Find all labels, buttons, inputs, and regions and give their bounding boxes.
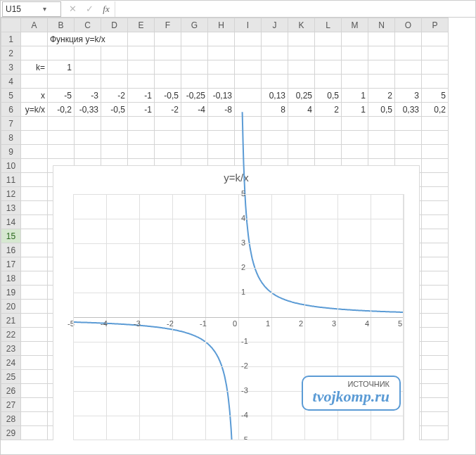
cell-D2[interactable]	[101, 46, 128, 60]
row-header-24[interactable]: 24	[1, 356, 21, 370]
cell-A7[interactable]	[21, 117, 48, 131]
row-header-2[interactable]: 2	[1, 46, 21, 60]
cell-P9[interactable]	[422, 145, 449, 159]
cell-L1[interactable]	[315, 32, 342, 46]
cell-L6[interactable]: 2	[315, 103, 342, 117]
cell-K1[interactable]	[288, 32, 315, 46]
row-header-25[interactable]: 25	[1, 370, 21, 384]
row-header-19[interactable]: 19	[1, 286, 21, 300]
row-header-9[interactable]: 9	[1, 145, 21, 159]
cell-A21[interactable]	[21, 314, 48, 328]
cell-J5[interactable]: 0,13	[262, 89, 288, 103]
cell-K7[interactable]	[288, 117, 315, 131]
cell-M5[interactable]: 1	[342, 89, 368, 103]
cell-C7[interactable]	[75, 117, 101, 131]
cell-C9[interactable]	[75, 145, 101, 159]
cell-A2[interactable]	[21, 46, 48, 60]
cell-P14[interactable]	[422, 215, 449, 229]
cell-A5[interactable]: x	[21, 89, 48, 103]
cell-H5[interactable]: -0,13	[208, 89, 235, 103]
cell-P23[interactable]	[422, 342, 449, 356]
row-header-16[interactable]: 16	[1, 243, 21, 257]
cell-P29[interactable]	[422, 426, 449, 440]
cell-M8[interactable]	[342, 131, 368, 145]
cell-O4[interactable]	[395, 75, 422, 89]
cell-M6[interactable]: 1	[342, 103, 368, 117]
row-header-4[interactable]: 4	[1, 75, 21, 89]
cell-A24[interactable]	[21, 356, 48, 370]
cell-C8[interactable]	[75, 131, 101, 145]
row-header-26[interactable]: 26	[1, 384, 21, 398]
cell-A1[interactable]	[21, 32, 48, 46]
cell-F6[interactable]: -2	[155, 103, 181, 117]
cell-A14[interactable]	[21, 215, 48, 229]
cell-I8[interactable]	[235, 131, 262, 145]
cell-E1[interactable]	[128, 32, 155, 46]
cell-P4[interactable]	[422, 75, 449, 89]
cell-I2[interactable]	[235, 46, 262, 60]
row-header-3[interactable]: 3	[1, 60, 21, 75]
cell-A11[interactable]	[21, 173, 48, 187]
cell-B4[interactable]	[48, 75, 75, 89]
cell-C2[interactable]	[75, 46, 101, 60]
cell-L3[interactable]	[315, 60, 342, 75]
cell-D5[interactable]: -2	[101, 89, 128, 103]
cell-F5[interactable]: -0,5	[155, 89, 181, 103]
cell-P21[interactable]	[422, 314, 449, 328]
select-all-cell[interactable]	[1, 18, 21, 32]
cell-L7[interactable]	[315, 117, 342, 131]
cell-B5[interactable]: -5	[48, 89, 75, 103]
cell-P12[interactable]	[422, 187, 449, 201]
row-header-20[interactable]: 20	[1, 300, 21, 314]
cell-K8[interactable]	[288, 131, 315, 145]
cell-H4[interactable]	[208, 75, 235, 89]
cell-M9[interactable]	[342, 145, 368, 159]
cell-I5[interactable]	[235, 89, 262, 103]
cell-N4[interactable]	[368, 75, 395, 89]
cell-M1[interactable]	[342, 32, 368, 46]
cell-A13[interactable]	[21, 201, 48, 215]
cell-H7[interactable]	[208, 117, 235, 131]
cell-A10[interactable]	[21, 159, 48, 173]
cell-A9[interactable]	[21, 145, 48, 159]
row-header-5[interactable]: 5	[1, 89, 21, 103]
cell-M4[interactable]	[342, 75, 368, 89]
chevron-down-icon[interactable]: ▾	[32, 5, 58, 13]
cell-G5[interactable]: -0,25	[181, 89, 208, 103]
cell-E2[interactable]	[128, 46, 155, 60]
cell-N5[interactable]: 2	[368, 89, 395, 103]
cell-L4[interactable]	[315, 75, 342, 89]
cell-P17[interactable]	[422, 257, 449, 271]
cell-N9[interactable]	[368, 145, 395, 159]
cell-N2[interactable]	[368, 46, 395, 60]
cell-K5[interactable]: 0,25	[288, 89, 315, 103]
row-header-10[interactable]: 10	[1, 159, 21, 173]
col-header-N[interactable]: N	[368, 18, 395, 32]
cell-L5[interactable]: 0,5	[315, 89, 342, 103]
cell-A28[interactable]	[21, 412, 48, 426]
cell-E7[interactable]	[128, 117, 155, 131]
cell-C3[interactable]	[75, 60, 101, 75]
col-header-J[interactable]: J	[262, 18, 288, 32]
cell-A3[interactable]: k=	[21, 60, 48, 75]
cell-P2[interactable]	[422, 46, 449, 60]
col-header-D[interactable]: D	[101, 18, 128, 32]
col-header-B[interactable]: B	[48, 18, 75, 32]
row-header-27[interactable]: 27	[1, 398, 21, 412]
cell-F4[interactable]	[155, 75, 181, 89]
cell-O8[interactable]	[395, 131, 422, 145]
cell-D9[interactable]	[101, 145, 128, 159]
cell-J7[interactable]	[262, 117, 288, 131]
formula-input[interactable]	[115, 1, 475, 17]
cell-A4[interactable]	[21, 75, 48, 89]
row-header-12[interactable]: 12	[1, 187, 21, 201]
cell-L8[interactable]	[315, 131, 342, 145]
cell-L9[interactable]	[315, 145, 342, 159]
cell-H1[interactable]	[208, 32, 235, 46]
cell-G9[interactable]	[181, 145, 208, 159]
cell-O9[interactable]	[395, 145, 422, 159]
cell-A17[interactable]	[21, 257, 48, 271]
cell-C6[interactable]: -0,33	[75, 103, 101, 117]
cell-F8[interactable]	[155, 131, 181, 145]
row-header-22[interactable]: 22	[1, 328, 21, 342]
